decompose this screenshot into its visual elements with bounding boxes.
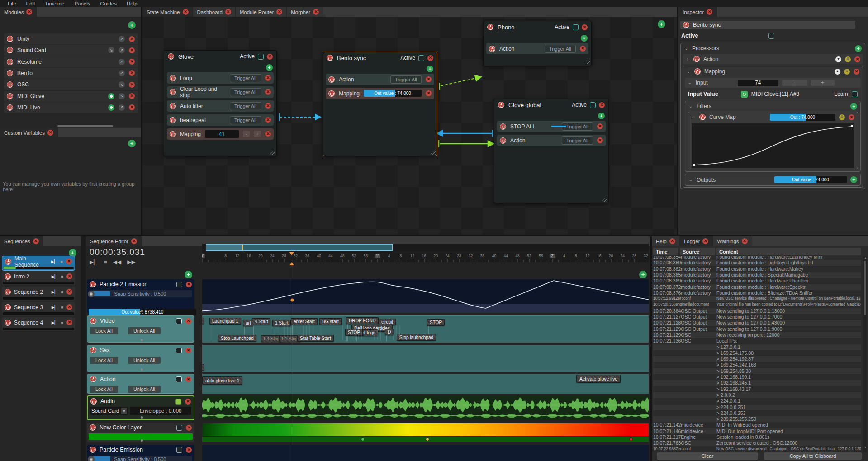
lock-all-button[interactable]: Lock All bbox=[90, 357, 118, 364]
close-icon[interactable]: ✕ bbox=[265, 75, 271, 81]
node-header[interactable]: GloveActive✕ bbox=[164, 51, 276, 62]
splitter[interactable] bbox=[81, 236, 86, 461]
module-row-unity[interactable]: Unity↗✕ bbox=[4, 33, 138, 44]
power-icon[interactable] bbox=[170, 89, 176, 95]
track-audio[interactable] bbox=[202, 395, 649, 420]
close-icon[interactable]: ✕ bbox=[702, 238, 708, 244]
stop-icon[interactable]: ■ bbox=[61, 290, 63, 294]
color-gradient-bar[interactable] bbox=[202, 423, 649, 436]
tab-modules[interactable]: Modules ✕ bbox=[0, 7, 37, 17]
layer-checkbox[interactable] bbox=[176, 376, 182, 382]
resize-handle[interactable] bbox=[602, 196, 607, 202]
close-icon[interactable]: ✕ bbox=[183, 9, 189, 15]
action-processor-row[interactable]: › Action ▼ + ✕ bbox=[683, 54, 863, 64]
close-icon[interactable]: ✕ bbox=[854, 56, 860, 62]
play-icon[interactable]: ▶▏ bbox=[52, 290, 58, 294]
stop-icon[interactable]: ■ bbox=[61, 305, 63, 310]
close-icon[interactable]: ✕ bbox=[265, 89, 271, 95]
node-active-checkbox[interactable] bbox=[258, 54, 264, 60]
node-header[interactable]: Glove globalActive✕ bbox=[494, 99, 608, 111]
tab-warnings[interactable]: Warnings✕ bbox=[713, 236, 752, 246]
trigger-all-button[interactable]: Trigger All bbox=[562, 136, 593, 145]
dial-icon[interactable]: ◉ bbox=[88, 456, 95, 461]
menu-guides[interactable]: Guides bbox=[95, 1, 122, 6]
close-icon[interactable]: ✕ bbox=[276, 9, 282, 15]
close-icon[interactable]: ✕ bbox=[707, 9, 712, 15]
module-row-midi-glove[interactable]: MIDI Glove↘✕ bbox=[4, 91, 138, 102]
trigger-all-button[interactable]: Trigger All bbox=[230, 102, 261, 110]
unlock-all-button[interactable]: Unlock All bbox=[128, 386, 161, 393]
node-active-checkbox[interactable] bbox=[418, 55, 424, 61]
close-icon[interactable]: ✕ bbox=[427, 55, 433, 61]
close-icon[interactable]: ✕ bbox=[33, 238, 39, 244]
node-item-auto-filter[interactable]: Auto filterTrigger All✕ bbox=[167, 100, 274, 112]
module-row-bento[interactable]: BenTo↗✕ bbox=[4, 68, 138, 79]
power-icon[interactable] bbox=[7, 93, 13, 99]
node-phone[interactable]: PhoneActive✕+ActionTrigger All✕ bbox=[483, 21, 592, 66]
chevron-right-icon[interactable]: › bbox=[685, 57, 690, 61]
add-icon[interactable]: + bbox=[845, 56, 851, 62]
track-particle-emission[interactable] bbox=[202, 445, 649, 461]
close-icon[interactable]: ✕ bbox=[267, 54, 273, 60]
trigger-all-button[interactable]: Trigger All bbox=[545, 45, 576, 53]
input-value-field[interactable]: 74 bbox=[738, 80, 778, 86]
clear-log-button[interactable]: Clear bbox=[657, 452, 758, 460]
close-icon[interactable]: ✕ bbox=[849, 114, 854, 120]
power-icon[interactable] bbox=[90, 376, 96, 382]
power-icon[interactable] bbox=[5, 320, 11, 326]
trigger-flag[interactable]: Stop laubnchpad bbox=[397, 334, 436, 341]
play-icon[interactable]: ▶▏ bbox=[52, 320, 58, 325]
audio-device-dropdown[interactable]: Sound Card▾ bbox=[90, 407, 128, 415]
close-icon[interactable]: ✕ bbox=[26, 9, 32, 15]
close-icon[interactable]: ✕ bbox=[313, 9, 319, 15]
close-icon[interactable]: ✕ bbox=[129, 70, 135, 76]
close-icon[interactable]: ✕ bbox=[66, 273, 72, 279]
node-active-checkbox[interactable] bbox=[590, 102, 596, 108]
trigger-flag[interactable]: circuit bbox=[379, 319, 396, 325]
close-icon[interactable]: ✕ bbox=[742, 238, 748, 244]
stop-icon[interactable]: ■ bbox=[61, 274, 63, 279]
input-arrow-icon[interactable]: ↘ bbox=[119, 81, 125, 88]
close-icon[interactable]: ✕ bbox=[265, 117, 271, 123]
column-source[interactable]: Source bbox=[680, 248, 715, 255]
tab-dashboard[interactable]: Dashboard✕ bbox=[193, 7, 236, 17]
decrement-button[interactable]: - bbox=[243, 131, 250, 137]
play-icon[interactable]: ▶▏ bbox=[52, 305, 58, 310]
output-arrow-icon[interactable]: ↗ bbox=[119, 59, 125, 65]
close-icon[interactable]: ✕ bbox=[186, 447, 192, 453]
power-icon[interactable] bbox=[170, 117, 176, 123]
trigger-all-button[interactable]: Trigger All bbox=[230, 74, 261, 82]
layer-checkbox[interactable] bbox=[175, 399, 181, 405]
power-icon[interactable] bbox=[693, 56, 700, 62]
close-icon[interactable]: ✕ bbox=[129, 82, 135, 88]
trigger-all-button[interactable]: Trigger All bbox=[230, 116, 261, 124]
collapse-icon[interactable]: ▲ bbox=[835, 69, 840, 75]
stop-button[interactable]: ■ bbox=[104, 259, 107, 265]
trigger-flag[interactable]: Stop Launchpad bbox=[218, 335, 256, 342]
resize-handle[interactable] bbox=[584, 59, 590, 64]
close-icon[interactable]: ✕ bbox=[129, 47, 135, 53]
power-icon[interactable] bbox=[90, 281, 96, 287]
node-item-action[interactable]: ActionTrigger All✕ bbox=[326, 74, 434, 85]
input-arrow-icon[interactable]: ↘ bbox=[119, 93, 125, 99]
tab-inspector[interactable]: Inspector ✕ bbox=[678, 7, 717, 17]
color-keyframe[interactable] bbox=[426, 437, 429, 441]
node-item-mapping[interactable]: MappingOut value : 74.000✕ bbox=[326, 88, 434, 99]
layer-video[interactable]: VIdeo✕Lock AllUnlock All bbox=[87, 315, 194, 343]
color-keyframe[interactable] bbox=[629, 437, 633, 441]
output-arrow-icon[interactable]: ↗ bbox=[119, 36, 125, 42]
track-new-color-layer[interactable] bbox=[202, 423, 649, 442]
close-icon[interactable]: ✕ bbox=[185, 399, 191, 405]
menu-file[interactable]: File bbox=[3, 1, 21, 6]
color-keyframe[interactable] bbox=[361, 437, 365, 441]
resize-handle[interactable] bbox=[430, 149, 436, 155]
layer-new-color-layer[interactable]: New Color Layer✕ bbox=[87, 423, 194, 442]
power-icon[interactable] bbox=[699, 114, 706, 120]
chevron-down-icon[interactable]: ⌄ bbox=[686, 69, 691, 74]
power-icon[interactable] bbox=[90, 347, 96, 353]
close-icon[interactable]: ✕ bbox=[854, 69, 859, 75]
node-active-checkbox[interactable] bbox=[573, 24, 579, 30]
layer-checkbox[interactable] bbox=[176, 318, 182, 324]
layer-checkbox[interactable] bbox=[176, 348, 182, 353]
close-icon[interactable]: ✕ bbox=[597, 123, 603, 129]
